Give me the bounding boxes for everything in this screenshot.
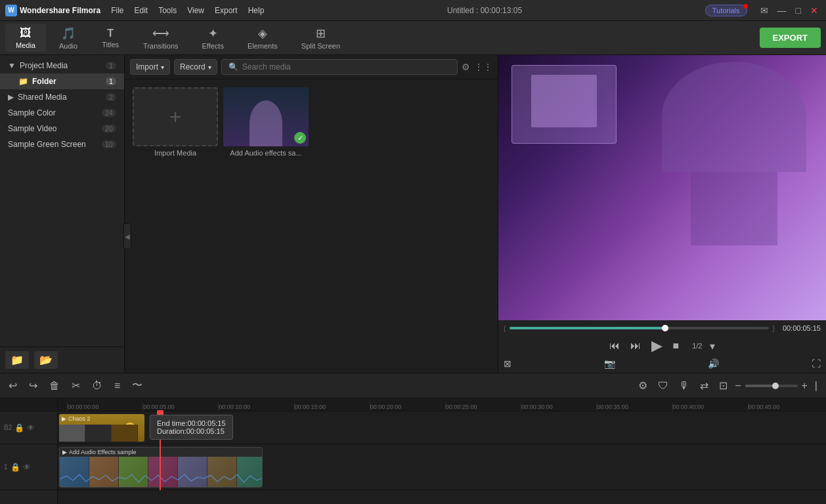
timeline-section: ↩ ↪ 🗑 ✂ ⏱ ≡ 〜 ⚙ 🛡 🎙 ⇄ ⊡ − + | B2 xyxy=(0,373,826,504)
maximize-btn[interactable]: □ xyxy=(793,5,804,16)
menu-edit[interactable]: Edit xyxy=(134,6,148,15)
search-input[interactable] xyxy=(242,62,450,72)
track-b2-lock[interactable]: 🔒 xyxy=(14,423,24,432)
menu-tools[interactable]: Tools xyxy=(158,6,177,15)
color-button[interactable]: ≡ xyxy=(111,378,123,394)
import-media-label: Import Media xyxy=(154,149,196,157)
track-clip-audio-effects[interactable]: ▶ Add Audio Effects sample xyxy=(59,447,263,488)
menu-help[interactable]: Help xyxy=(248,6,265,15)
zoom-slider[interactable] xyxy=(745,385,798,387)
export-button[interactable]: EXPORT xyxy=(760,28,821,48)
clip1-thumb: HD ✓ xyxy=(223,87,309,146)
shared-media-label: Shared Media xyxy=(18,93,67,102)
frame-back-button[interactable]: ⏭ xyxy=(628,339,643,353)
collapse-panel-btn[interactable]: ◀ xyxy=(123,223,131,249)
tree-sample-color[interactable]: Sample Color 24 xyxy=(0,105,124,121)
undo-button[interactable]: ↩ xyxy=(5,377,20,394)
add-folder-button[interactable]: 📂 xyxy=(34,351,58,369)
menu-view[interactable]: View xyxy=(187,6,204,15)
toolbar-elements-label: Elements xyxy=(248,42,278,50)
progress-bar[interactable] xyxy=(510,327,768,329)
media-clip-1[interactable]: HD ✓ Add Audio effects sa... xyxy=(223,87,309,157)
toolbar-elements[interactable]: ◈ Elements xyxy=(237,24,288,52)
menu-export[interactable]: Export xyxy=(215,6,238,15)
time-marker-end: } xyxy=(773,325,775,332)
menu-file[interactable]: File xyxy=(111,6,123,15)
toolbar-media[interactable]: 🖼 Media xyxy=(5,24,46,52)
stop-button[interactable]: ■ xyxy=(670,339,682,353)
clip-frame-2 xyxy=(85,425,112,442)
more-tl-btn[interactable]: | xyxy=(812,378,821,394)
minimize-btn[interactable]: — xyxy=(775,5,789,16)
notification-dot xyxy=(743,4,748,9)
ruler-mark-45: 00:00:45:00 xyxy=(748,403,823,411)
toolbar-audio-label: Audio xyxy=(59,42,77,50)
protect-btn[interactable]: 🛡 xyxy=(655,378,672,394)
crop-btn[interactable]: ⊡ xyxy=(716,377,731,394)
cut-button[interactable]: ✂ xyxy=(68,377,83,394)
tree-sample-green[interactable]: Sample Green Screen 10 xyxy=(0,136,124,152)
playback-extra: ⊠ 📷 🔊 ⛶ xyxy=(504,358,821,369)
toolbar-audio[interactable]: 🎵 Audio xyxy=(49,24,88,52)
volume-btn[interactable]: 🔊 xyxy=(708,358,719,369)
snapshot-btn[interactable]: 📷 xyxy=(604,358,615,369)
close-btn[interactable]: ✕ xyxy=(808,5,821,16)
timeline-ruler: 00:00:00:00 00:00:05:00 00:00:10:00 00:0… xyxy=(58,398,826,411)
clip-icon: ▶ xyxy=(62,415,66,422)
record-dropdown[interactable]: Record xyxy=(174,59,217,75)
check-badge: ✓ xyxy=(294,132,306,144)
search-icon: 🔍 xyxy=(228,62,238,72)
tree-shared-media[interactable]: ▶ Shared Media 2 xyxy=(0,89,124,105)
tree-sample-video[interactable]: Sample Video 20 xyxy=(0,121,124,136)
titles-icon: T xyxy=(107,28,114,39)
speed-button[interactable]: ⏱ xyxy=(89,378,106,394)
step-back-button[interactable]: ⏮ xyxy=(607,339,622,353)
render-btn[interactable]: ⚙ xyxy=(635,377,651,394)
track-1-eye[interactable]: 👁 xyxy=(23,463,31,472)
main-area: ▼ Project Media 1 📁 Folder 1 ▶ Shared Me… xyxy=(0,55,826,373)
delete-button[interactable]: 🗑 xyxy=(46,378,63,394)
track-clip-chaos2[interactable]: ▶ Chaos 2 xyxy=(59,414,144,442)
playback-controls: ⏮ ⏭ ▶ ■ 1/2 ▾ xyxy=(504,336,821,356)
zoom-in-btn[interactable]: + xyxy=(802,380,808,392)
tree-project-media[interactable]: ▼ Project Media 1 xyxy=(0,58,124,74)
toolbar-effects[interactable]: ✦ Effects xyxy=(192,24,234,52)
media-browser: Import Record 🔍 ⚙ ⋮⋮ + Import Media xyxy=(125,55,498,373)
toolbar-transitions-label: Transitions xyxy=(143,42,178,50)
redo-button[interactable]: ↪ xyxy=(26,377,41,394)
record-tl-btn[interactable]: 🎙 xyxy=(676,378,693,394)
zoom-out-btn[interactable]: − xyxy=(735,380,741,392)
import-media-item[interactable]: + Import Media xyxy=(133,87,218,157)
tree-folder[interactable]: 📁 Folder 1 xyxy=(0,74,124,89)
fullscreen-btn[interactable]: ⛶ xyxy=(812,358,821,369)
tutorials-button[interactable]: Tutorials xyxy=(705,5,747,16)
playhead-head xyxy=(157,410,163,419)
toolbar-split-label: Split Screen xyxy=(301,42,340,50)
preview-video xyxy=(498,55,826,320)
plus-icon: + xyxy=(169,105,182,129)
audio-button[interactable]: 〜 xyxy=(129,377,146,394)
toolbar-titles[interactable]: T Titles xyxy=(91,25,130,51)
filter-icon[interactable]: ⚙ xyxy=(462,62,470,72)
toolbar-split-screen[interactable]: ⊞ Split Screen xyxy=(291,24,351,52)
toolbar-titles-label: Titles xyxy=(102,41,119,49)
page-dropdown[interactable]: ▾ xyxy=(707,339,718,354)
more-options-icon[interactable]: ⋮⋮ xyxy=(474,62,492,72)
mail-icon[interactable]: ✉ xyxy=(758,5,771,16)
fullscreen-small-btn[interactable]: ⊠ xyxy=(504,358,511,369)
play-button[interactable]: ▶ xyxy=(649,336,665,356)
toolbar-transitions[interactable]: ⟷ Transitions xyxy=(133,24,188,52)
toolbar-media-label: Media xyxy=(16,41,35,49)
import-dropdown[interactable]: Import xyxy=(130,59,170,75)
track-b2-eye[interactable]: 👁 xyxy=(27,423,35,432)
folder-label: Folder xyxy=(32,77,56,86)
menu-bar: File Edit Tools View Export Help xyxy=(111,6,264,15)
waveform xyxy=(60,472,263,486)
new-folder-button[interactable]: 📁 xyxy=(5,351,29,369)
titlebar: W Wondershare Filmora File Edit Tools Vi… xyxy=(0,0,826,21)
track-1-lock[interactable]: 🔒 xyxy=(11,463,20,472)
collapse-panel-icon: ◀ xyxy=(125,233,130,240)
motion-btn[interactable]: ⇄ xyxy=(697,377,712,394)
tooltip-end-time: End time:00:00:05:15 xyxy=(157,419,226,427)
sample-green-count: 10 xyxy=(102,140,116,148)
